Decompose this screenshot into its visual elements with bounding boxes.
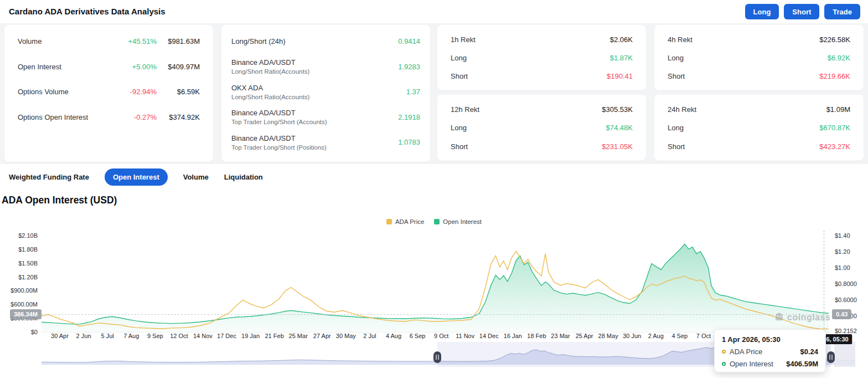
- stats-row: Volume+45.51%$981.63M: [18, 29, 200, 54]
- stats-row: Options Volume-92.94%$6.59K: [18, 79, 200, 105]
- navigator-selected-range[interactable]: [437, 342, 831, 367]
- tab-liquidation[interactable]: Liquidation: [224, 173, 263, 181]
- ratio-row: OKX ADALong/Short Ratio(Accounts)1.37: [231, 79, 420, 105]
- right-axis-tick: $0.2152: [835, 328, 857, 334]
- rekt-title-row: 12h Rekt$305.53K: [451, 100, 633, 118]
- tab-volume[interactable]: Volume: [183, 173, 209, 181]
- stat-label: Options Volume: [18, 88, 106, 96]
- tab-weighted-funding-rate[interactable]: Weighted Funding Rate: [9, 173, 89, 181]
- stat-label: Volume: [18, 37, 106, 45]
- legend-item-open-interest[interactable]: Open Interest: [434, 218, 482, 225]
- chart-tabs: Weighted Funding RateOpen InterestVolume…: [9, 167, 263, 186]
- x-axis-tick: 2 Jun: [66, 333, 101, 339]
- ratio-value: 0.9414: [398, 37, 420, 45]
- ratio-subtitle: Long/Short Ratio(Accounts): [231, 94, 406, 100]
- ratio-text: Long/Short (24h): [231, 37, 398, 45]
- stat-label: Open Interest: [18, 63, 106, 71]
- rekt-short-label: Short: [668, 72, 685, 80]
- rekt-short-label: Short: [668, 142, 685, 151]
- x-axis-tick: 7 Aug: [113, 333, 149, 339]
- ratio-text: OKX ADALong/Short Ratio(Accounts): [231, 84, 406, 100]
- rekt-long-label: Long: [668, 54, 684, 62]
- rekt-long-label: Long: [451, 124, 467, 132]
- rekt-title: 12h Rekt: [451, 105, 479, 114]
- rekt-long-value: $1.87K: [610, 54, 633, 62]
- x-axis-tick: 14 Dec: [471, 333, 507, 339]
- stat-percent: -0.27%: [106, 113, 157, 121]
- rekt-long-value: $6.92K: [828, 54, 850, 62]
- header: Cardano ADA Derivatives Data Analysis Lo…: [0, 0, 868, 23]
- right-axis-tick: $0.6000: [835, 297, 857, 303]
- rekt-long-value: $670.87K: [819, 124, 850, 132]
- rekt-long-label: Long: [668, 124, 684, 132]
- x-axis-tick: 4 Sep: [662, 333, 698, 339]
- series-dot-icon: [722, 350, 726, 354]
- rekt-short-row: Short$219.66K: [668, 67, 850, 85]
- ratio-value: 1.9283: [398, 63, 420, 71]
- navigator-left-handle[interactable]: [433, 351, 441, 363]
- x-axis-tick: 9 Sep: [137, 333, 173, 339]
- x-axis-tick: 21 Feb: [257, 333, 292, 339]
- long-button[interactable]: Long: [745, 4, 779, 19]
- x-axis-tick: 4 Aug: [376, 333, 411, 339]
- legend-item-ada-price[interactable]: ADA Price: [386, 218, 424, 225]
- left-axis-tick: $2.10B: [1, 232, 38, 239]
- navigator-line: [42, 348, 855, 362]
- page-title: Cardano ADA Derivatives Data Analysis: [9, 7, 166, 16]
- trade-button[interactable]: Trade: [824, 4, 860, 19]
- page: Cardano ADA Derivatives Data Analysis Lo…: [0, 0, 868, 378]
- rekt-short-row: Short$423.27K: [668, 137, 850, 155]
- x-axis-tick: 9 Oct: [423, 333, 459, 339]
- rekt-total: $1.09M: [826, 105, 850, 114]
- tooltip-series-value: $406.59M: [786, 360, 818, 368]
- left-axis-tick: $900.00M: [1, 287, 38, 294]
- rekt-total: $226.58K: [819, 35, 850, 44]
- ratio-value: 1.37: [406, 88, 420, 96]
- left-axis-tick: $600.00M: [1, 301, 38, 308]
- x-axis-tick: 18 Feb: [519, 333, 554, 339]
- tooltip-series-label: Open Interest: [730, 360, 786, 368]
- rekt-card-4h: 4h Rekt$226.58KLong$6.92KShort$219.66K: [654, 25, 864, 90]
- rekt-title: 4h Rekt: [668, 35, 693, 44]
- rekt-short-label: Short: [451, 72, 468, 80]
- rekt-short-value: $219.66K: [819, 72, 850, 80]
- navigator-area: [42, 348, 855, 365]
- stat-value: $981.63M: [157, 37, 200, 45]
- rekt-short-value: $231.05K: [602, 142, 633, 151]
- stat-label: Options Open Interest: [18, 113, 106, 121]
- rekt-card-24h: 24h Rekt$1.09MLong$670.87KShort$423.27K: [654, 95, 864, 161]
- navigator-right-handle[interactable]: [827, 351, 835, 363]
- rekt-total: $305.53K: [602, 105, 633, 114]
- watermark-text: coinglass: [787, 313, 830, 323]
- x-axis-tick: 28 May: [591, 333, 626, 339]
- tooltip-series-label: ADA Price: [730, 348, 800, 356]
- coinglass-ghost-icon: [774, 312, 784, 323]
- rekt-card-1h: 1h Rekt$2.06KLong$1.87KShort$190.41: [437, 25, 646, 90]
- x-axis-tick: 19 Jan: [233, 333, 268, 339]
- rekt-long-label: Long: [451, 54, 467, 62]
- open-interest-area: [42, 244, 829, 332]
- crosshair-price-badge: 0.43: [832, 309, 851, 319]
- stat-value: $409.97M: [157, 63, 200, 71]
- ratio-subtitle: Long/Short Ratio(Accounts): [231, 68, 398, 75]
- tab-open-interest[interactable]: Open Interest: [105, 168, 168, 186]
- rekt-long-row: Long$1.87K: [451, 49, 633, 67]
- x-axis-tick: 6 Sep: [400, 333, 435, 339]
- short-button[interactable]: Short: [784, 4, 819, 19]
- chart-tooltip: 1 Apr 2026, 05:30 ADA Price$0.24Open Int…: [714, 329, 826, 372]
- ratio-text: Binance ADA/USDTLong/Short Ratio(Account…: [231, 58, 398, 75]
- header-buttons: LongShortTrade: [745, 4, 860, 19]
- ratio-subtitle: Top Trader Long/Short (Accounts): [231, 119, 398, 125]
- ratio-title: Binance ADA/USDT: [231, 109, 398, 117]
- x-axis-tick: 2 Aug: [638, 333, 674, 339]
- left-axis-tick: $0: [1, 329, 38, 335]
- navigator-right-mask: [834, 342, 855, 367]
- right-axis-tick: $0.4000: [835, 313, 857, 319]
- x-axis-tick: 25 Mar: [281, 333, 316, 339]
- left-axis-tick: $1.20B: [1, 274, 38, 280]
- ratio-title: Binance ADA/USDT: [231, 134, 398, 142]
- ratio-text: Binance ADA/USDTTop Trader Long/Short (A…: [231, 109, 398, 125]
- rekt-short-row: Short$231.05K: [451, 137, 633, 155]
- x-axis-tick: 7 Oct: [686, 333, 721, 339]
- tooltip-timestamp: 1 Apr 2026, 05:30: [722, 335, 818, 344]
